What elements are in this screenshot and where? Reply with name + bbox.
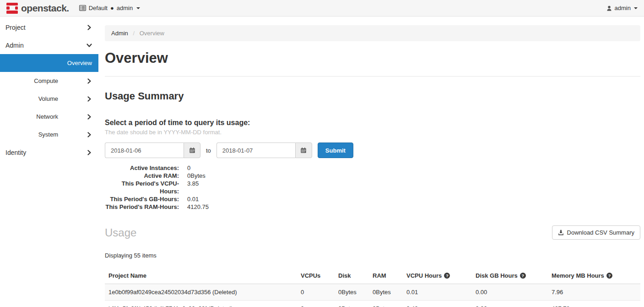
stat-active-instances: Active Instances: 0 bbox=[105, 164, 640, 172]
openstack-brand[interactable]: openstack. bbox=[6, 3, 69, 14]
period-prompt-label: Select a period of time to query its usa… bbox=[105, 119, 640, 127]
cell-disk-gb-hours: 0.00 bbox=[472, 284, 548, 301]
usage-section-title: Usage bbox=[105, 226, 136, 239]
table-row: 1e0b0f99af0249cea24502034d73d356 (Delete… bbox=[105, 284, 640, 301]
sidebar-item-identity[interactable]: Identity bbox=[0, 143, 98, 161]
page-title: Overview bbox=[105, 50, 640, 66]
cell-ram: 0Bytes bbox=[369, 284, 403, 301]
cell-disk: 0Bytes bbox=[335, 284, 369, 301]
cell-vcpus: 0 bbox=[297, 284, 335, 301]
chevron-down-icon bbox=[634, 7, 638, 9]
stat-vcpu-hours: This Period's VCPU-Hours: 3.85 bbox=[105, 180, 640, 195]
date-to-input[interactable] bbox=[216, 143, 295, 158]
sidebar-item-compute[interactable]: Compute bbox=[0, 72, 98, 90]
title-divider bbox=[105, 76, 640, 77]
submit-button[interactable]: Submit bbox=[318, 143, 353, 158]
chevron-down-icon bbox=[87, 43, 92, 48]
cell-memory-mb-hours: 497.78 bbox=[548, 301, 640, 307]
cell-project-name: 1e0b0f99af0249cea24502034d73d356 (Delete… bbox=[105, 284, 297, 301]
context-separator-dot: ● bbox=[110, 5, 114, 11]
openstack-logo-icon bbox=[6, 3, 18, 14]
stat-active-ram: Active RAM: 0Bytes bbox=[105, 172, 640, 180]
col-vcpu-hours[interactable]: VCPU Hours bbox=[403, 268, 472, 284]
date-from-calendar-button[interactable] bbox=[184, 143, 200, 158]
cell-vcpus: 0 bbox=[297, 301, 335, 307]
sidebar-item-network[interactable]: Network bbox=[0, 108, 98, 126]
sidebar: Project Admin Overview Compute Volume bbox=[0, 16, 98, 161]
chevron-right-icon bbox=[87, 132, 92, 137]
date-from-input[interactable] bbox=[105, 143, 184, 158]
calendar-icon bbox=[300, 147, 307, 154]
breadcrumb-current: Overview bbox=[140, 30, 164, 37]
main-content: Admin / Overview Overview Usage Summary … bbox=[98, 16, 644, 307]
breadcrumb-admin[interactable]: Admin bbox=[111, 30, 128, 37]
cell-disk: 0Bytes bbox=[335, 301, 369, 307]
domain-project-switcher[interactable]: Default ● admin bbox=[79, 5, 140, 11]
col-disk-gb-hours[interactable]: Disk GB Hours bbox=[472, 268, 548, 284]
stat-ram-hours: This Period's RAM-Hours: 4120.75 bbox=[105, 203, 640, 211]
chevron-right-icon bbox=[87, 25, 92, 30]
stat-gb-hours: This Period's GB-Hours: 0.01 bbox=[105, 195, 640, 203]
sidebar-item-volume[interactable]: Volume bbox=[0, 90, 98, 108]
help-icon[interactable] bbox=[444, 273, 450, 279]
chevron-right-icon bbox=[87, 96, 92, 102]
cell-vcpu-hours: 0.01 bbox=[403, 284, 472, 301]
cell-memory-mb-hours: 7.96 bbox=[548, 284, 640, 301]
context-domain: Default bbox=[89, 5, 108, 11]
period-help-text: The date should be in YYYY-MM-DD format. bbox=[105, 129, 640, 136]
user-icon bbox=[606, 5, 612, 11]
sidebar-item-overview-active[interactable]: Overview bbox=[0, 54, 98, 72]
col-ram[interactable]: RAM bbox=[369, 268, 403, 284]
context-project: admin bbox=[117, 5, 133, 11]
sidebar-item-system[interactable]: System bbox=[0, 126, 98, 143]
help-icon[interactable] bbox=[606, 273, 612, 279]
usage-summary-heading: Usage Summary bbox=[105, 90, 640, 102]
items-count: Displaying 55 items bbox=[105, 252, 640, 259]
table-row: bf11c5fa0f1b452db4b7741a6c33a92f (Delete… bbox=[105, 301, 640, 307]
download-csv-button[interactable]: Download CSV Summary bbox=[552, 225, 640, 240]
help-icon[interactable] bbox=[520, 273, 526, 279]
table-header-row: Project Name VCPUs Disk RAM VCPU Hours D… bbox=[105, 268, 640, 284]
cell-project-name: bf11c5fa0f1b452db4b7741a6c33a92f (Delete… bbox=[105, 301, 297, 307]
cell-ram: 0Bytes bbox=[369, 301, 403, 307]
chevron-down-icon bbox=[136, 7, 140, 9]
usage-table: Project Name VCPUs Disk RAM VCPU Hours D… bbox=[105, 268, 640, 307]
date-range-to-label: to bbox=[206, 147, 211, 154]
breadcrumb-separator: / bbox=[133, 30, 135, 37]
breadcrumb: Admin / Overview bbox=[105, 25, 640, 41]
download-icon bbox=[558, 230, 564, 236]
calendar-icon bbox=[189, 147, 195, 154]
col-vcpus[interactable]: VCPUs bbox=[297, 268, 335, 284]
usage-stats: Active Instances: 0 Active RAM: 0Bytes T… bbox=[105, 164, 640, 211]
domain-card-icon bbox=[79, 5, 86, 11]
col-project-name[interactable]: Project Name bbox=[105, 268, 297, 284]
sidebar-item-project[interactable]: Project bbox=[0, 18, 98, 36]
col-memory-mb-hours[interactable]: Memory MB Hours bbox=[548, 268, 640, 284]
top-navbar: openstack. Default ● admin bbox=[0, 0, 644, 16]
chevron-right-icon bbox=[87, 114, 92, 120]
date-range-form: to Submit bbox=[105, 143, 640, 158]
col-disk[interactable]: Disk bbox=[335, 268, 369, 284]
download-csv-label: Download CSV Summary bbox=[567, 229, 634, 236]
brand-wordmark: openstack. bbox=[21, 3, 69, 14]
date-to-calendar-button[interactable] bbox=[295, 143, 312, 158]
user-menu[interactable]: admin bbox=[606, 5, 638, 11]
cell-vcpu-hours: 0.49 bbox=[403, 301, 472, 307]
user-name: admin bbox=[615, 5, 631, 11]
chevron-right-icon bbox=[87, 78, 92, 84]
cell-disk-gb-hours: 0.00 bbox=[472, 301, 548, 307]
sidebar-item-admin[interactable]: Admin bbox=[0, 36, 98, 54]
chevron-right-icon bbox=[87, 150, 92, 155]
